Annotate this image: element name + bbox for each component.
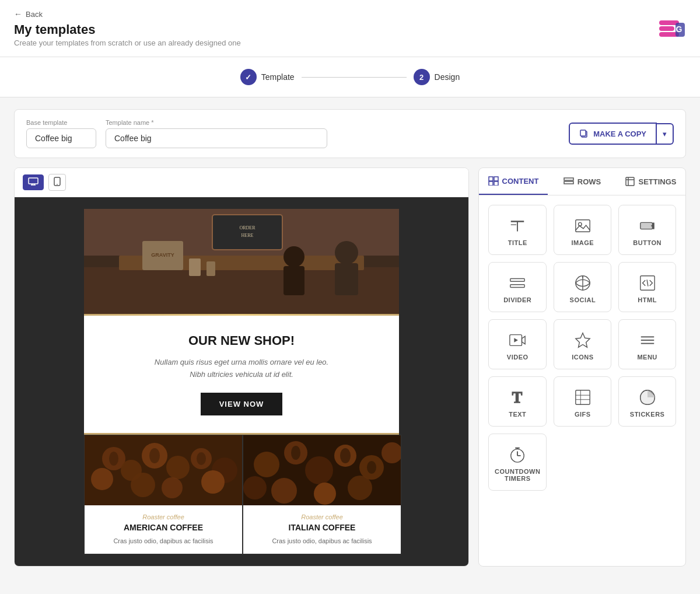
- product-2-image: [243, 435, 401, 505]
- content-item-button[interactable]: BUTTON: [618, 205, 676, 255]
- content-item-image[interactable]: IMAGE: [554, 205, 611, 255]
- mobile-view-button[interactable]: [48, 174, 66, 191]
- content-item-video[interactable]: VIDEO: [488, 319, 547, 369]
- tab-settings[interactable]: SETTINGS: [617, 168, 685, 195]
- svg-rect-21: [284, 266, 304, 295]
- content-item-stickers[interactable]: STICKERS: [618, 376, 676, 427]
- content-item-social[interactable]: SOCIAL: [554, 262, 611, 312]
- svg-rect-62: [626, 177, 634, 186]
- base-template-field-group: Base template Coffee big: [26, 119, 96, 148]
- svg-point-52: [348, 476, 372, 500]
- hero-illustration: ORDER HERE: [84, 209, 399, 314]
- svg-point-39: [109, 452, 118, 466]
- content-item-button-label: BUTTON: [633, 239, 662, 246]
- svg-point-49: [243, 476, 267, 499]
- svg-point-45: [305, 456, 333, 484]
- product-1-name: AMERICAN COFFEE: [93, 523, 234, 532]
- svg-text:HERE: HERE: [242, 233, 254, 238]
- svg-point-43: [254, 452, 279, 477]
- make-copy-dropdown-button[interactable]: ▾: [657, 123, 674, 145]
- editor-area: ORDER HERE: [14, 167, 686, 567]
- email-preview: ORDER HERE: [84, 209, 399, 554]
- svg-rect-68: [576, 220, 590, 232]
- svg-marker-80: [522, 336, 526, 344]
- template-row: Base template Coffee big Template name *…: [14, 109, 686, 158]
- tab-rows[interactable]: ROWS: [548, 168, 617, 195]
- promo-text: Nullam quis risus eget urna mollis ornar…: [107, 357, 376, 381]
- content-item-text[interactable]: T TEXT: [488, 376, 547, 427]
- content-item-html[interactable]: HTML: [618, 262, 676, 312]
- countdown-icon: [509, 446, 526, 463]
- content-item-divider-label: DIVIDER: [503, 296, 531, 303]
- content-item-title-label: TITLE: [508, 239, 527, 246]
- tab-content[interactable]: CONTENT: [479, 168, 548, 195]
- svg-line-78: [647, 279, 648, 286]
- product-2-info: Roaster coffee ITALIAN COFFEE Cras justo…: [243, 505, 401, 554]
- svg-rect-70: [640, 222, 652, 229]
- content-item-divider[interactable]: DIVIDER: [488, 262, 547, 312]
- gifs-icon: [574, 389, 592, 406]
- svg-point-50: [271, 478, 297, 504]
- step-2: 2 Design: [414, 69, 460, 85]
- icons-icon: [574, 331, 592, 349]
- svg-text:T: T: [512, 389, 523, 406]
- content-item-social-label: SOCIAL: [570, 296, 596, 303]
- stepper: ✓ Template 2 Design: [240, 69, 460, 85]
- content-item-icons-label: ICONS: [572, 354, 593, 361]
- view-now-button[interactable]: VIEW NOW: [201, 393, 283, 415]
- content-item-title[interactable]: TITLE: [488, 205, 547, 255]
- svg-point-54: [340, 448, 351, 463]
- content-item-gifs-label: GIFS: [575, 411, 591, 418]
- desktop-view-button[interactable]: [23, 174, 44, 190]
- content-item-video-label: VIDEO: [507, 354, 528, 361]
- svg-point-20: [284, 246, 304, 267]
- content-item-icons[interactable]: ICONS: [554, 319, 611, 369]
- step-line: [302, 77, 407, 78]
- content-item-text-label: TEXT: [509, 411, 526, 418]
- base-template-label: Base template: [26, 119, 96, 126]
- step-1-circle: ✓: [240, 69, 257, 85]
- product-card-2: Roaster coffee ITALIAN COFFEE Cras justo…: [243, 435, 401, 554]
- canvas-panel: ORDER HERE: [14, 167, 469, 567]
- title-icon: [509, 217, 526, 235]
- mobile-icon: [54, 177, 61, 186]
- svg-point-69: [578, 222, 582, 226]
- right-panel: CONTENT ROWS SETTINGS TITLE: [478, 167, 686, 567]
- product-card-1: Roaster coffee AMERICAN COFFEE Cras just…: [84, 435, 243, 554]
- make-copy-container: MAKE A COPY ▾: [569, 123, 674, 145]
- coffee-shop-background: ORDER HERE: [84, 209, 399, 314]
- product-1-info: Roaster coffee AMERICAN COFFEE Cras just…: [85, 505, 242, 554]
- svg-point-51: [314, 483, 336, 505]
- svg-text:GRAVITY: GRAVITY: [151, 252, 174, 258]
- divider-icon: [509, 274, 526, 292]
- svg-point-41: [197, 452, 206, 465]
- svg-point-37: [162, 477, 183, 498]
- svg-point-22: [335, 241, 358, 264]
- svg-rect-26: [189, 258, 201, 276]
- svg-rect-72: [510, 279, 524, 282]
- back-link[interactable]: ← Back: [14, 9, 241, 19]
- content-item-stickers-label: STICKERS: [630, 411, 665, 418]
- rows-tab-icon: [564, 177, 574, 186]
- svg-rect-7: [29, 178, 38, 184]
- step-1: ✓ Template: [240, 69, 295, 85]
- menu-icon: [639, 331, 656, 349]
- email-products-section: Roaster coffee AMERICAN COFFEE Cras just…: [84, 435, 399, 554]
- content-item-countdown[interactable]: COUNTDOWN TIMERS: [488, 434, 547, 491]
- image-icon: [574, 217, 592, 235]
- page-title: My templates: [14, 22, 241, 37]
- make-copy-button[interactable]: MAKE A COPY: [569, 123, 657, 145]
- svg-rect-1: [659, 26, 674, 31]
- content-item-menu[interactable]: MENU: [618, 319, 676, 369]
- template-name-input[interactable]: [106, 128, 327, 148]
- desktop-icon: [28, 177, 38, 186]
- text-icon: T: [509, 389, 526, 406]
- base-template-value: Coffee big: [26, 128, 96, 148]
- svg-marker-82: [576, 333, 590, 347]
- content-item-menu-label: MENU: [637, 354, 657, 361]
- product-1-category: Roaster coffee: [93, 513, 234, 520]
- stepper-bar: ✓ Template 2 Design: [0, 57, 700, 97]
- svg-rect-60: [564, 178, 573, 180]
- content-grid: TITLE IMAGE BUTTON DIVIDER: [479, 195, 685, 500]
- content-item-gifs[interactable]: GIFS: [554, 376, 611, 427]
